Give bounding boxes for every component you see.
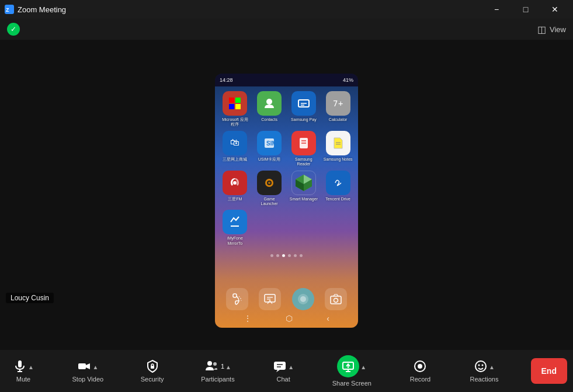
phone-dots bbox=[215, 251, 358, 261]
svg-point-46 bbox=[475, 361, 486, 372]
chat-icon-wrap: ▲ bbox=[273, 359, 294, 373]
participants-button[interactable]: 1 ▲ Participants bbox=[199, 356, 237, 386]
reactions-icon-wrap: ▲ bbox=[474, 359, 495, 373]
dot bbox=[300, 254, 303, 257]
svg-rect-33 bbox=[78, 363, 86, 369]
main-content: 14:28 41% Microsoft 应用程序 Contacts bbox=[0, 40, 573, 350]
app-label: Samsung Pay bbox=[291, 117, 317, 122]
list-item: iMyFone MirrorTo bbox=[220, 210, 251, 246]
list-item: Samsung Notes bbox=[322, 131, 353, 167]
phone-nav-back: ‹ bbox=[327, 314, 329, 323]
app-icon bbox=[291, 91, 316, 116]
mute-icon-wrap: ▲ bbox=[13, 359, 34, 373]
toolbar: ▲ Mute ▲ Stop Video Security bbox=[0, 350, 573, 392]
svg-rect-3 bbox=[235, 98, 241, 103]
svg-text:SIM: SIM bbox=[266, 140, 276, 147]
stop-video-icon-wrap: ▲ bbox=[77, 359, 98, 373]
dot bbox=[288, 254, 291, 257]
stop-video-button[interactable]: ▲ Stop Video bbox=[70, 356, 106, 386]
list-item: 7+ Calculator bbox=[322, 91, 353, 127]
phone-status-bar: 14:28 41% bbox=[215, 74, 358, 86]
name-tag: Loucy Cusin bbox=[6, 293, 54, 303]
phone-dock bbox=[215, 288, 358, 310]
share-screen-icon bbox=[342, 360, 355, 373]
window-title: Zoom Meeting bbox=[18, 5, 66, 14]
svg-text:+: + bbox=[338, 99, 343, 108]
app-icon bbox=[223, 171, 247, 195]
chat-label: Chat bbox=[277, 376, 290, 383]
svg-rect-2 bbox=[229, 98, 234, 103]
list-item: Microsoft 应用程序 bbox=[220, 91, 251, 127]
phone-nav-home: ⬡ bbox=[286, 314, 293, 323]
stop-video-label: Stop Video bbox=[72, 376, 104, 383]
app-icon bbox=[326, 131, 350, 155]
svg-point-45 bbox=[418, 364, 422, 369]
participants-icon-wrap: 1 ▲ bbox=[204, 359, 231, 373]
shield-icon: ✓ bbox=[7, 23, 20, 36]
list-item: Smart Manager bbox=[289, 171, 320, 207]
topbar-left: ✓ bbox=[7, 23, 20, 36]
dot bbox=[270, 254, 273, 257]
security-button[interactable]: Security bbox=[135, 356, 170, 386]
chat-button[interactable]: ▲ Chat bbox=[266, 356, 301, 386]
zoom-logo-icon: Z bbox=[5, 5, 14, 14]
chat-icon bbox=[273, 359, 287, 373]
phone-screen: 14:28 41% Microsoft 应用程序 Contacts bbox=[215, 74, 358, 328]
minimize-button[interactable]: − bbox=[483, 0, 510, 19]
dock-camera-icon bbox=[325, 288, 347, 310]
participants-icon bbox=[204, 359, 218, 373]
svg-point-48 bbox=[482, 365, 484, 366]
app-icon bbox=[291, 131, 316, 155]
app-label: Contacts bbox=[261, 117, 277, 122]
mute-button[interactable]: ▲ Mute bbox=[6, 356, 41, 386]
app-label: Smart Manager bbox=[290, 197, 318, 202]
app-icon: 🛍 bbox=[223, 131, 247, 155]
record-icon bbox=[413, 359, 427, 373]
list-item: Samsung Pay bbox=[289, 91, 320, 127]
dock-chat-icon bbox=[259, 288, 281, 310]
topbar: ✓ ◫ View bbox=[0, 19, 573, 40]
list-item: SIM USIM卡应用 bbox=[254, 131, 285, 167]
svg-point-21 bbox=[268, 182, 270, 184]
phone-time: 14:28 bbox=[220, 77, 233, 83]
phone-content: Microsoft 应用程序 Contacts Samsung Pay bbox=[215, 86, 358, 328]
app-grid: Microsoft 应用程序 Contacts Samsung Pay bbox=[215, 86, 358, 251]
dot bbox=[276, 254, 279, 257]
view-button[interactable]: ◫ View bbox=[537, 24, 566, 35]
list-item: Tencent Drive bbox=[322, 171, 353, 207]
app-icon bbox=[326, 171, 350, 195]
video-chevron-icon: ▲ bbox=[92, 364, 98, 370]
mute-label: Mute bbox=[16, 376, 30, 383]
app-icon: SIM bbox=[257, 131, 282, 155]
app-icon bbox=[257, 91, 282, 116]
reactions-button[interactable]: ▲ Reactions bbox=[467, 356, 502, 386]
maximize-button[interactable]: □ bbox=[512, 0, 539, 19]
end-button[interactable]: End bbox=[531, 358, 567, 384]
record-icon-wrap bbox=[413, 359, 427, 373]
security-icon-wrap bbox=[145, 359, 159, 373]
reactions-label: Reactions bbox=[470, 376, 499, 383]
record-button[interactable]: Record bbox=[402, 356, 437, 386]
list-item: Samsung Reader bbox=[289, 131, 320, 167]
security-label: Security bbox=[141, 376, 164, 383]
svg-rect-34 bbox=[151, 366, 154, 369]
app-label: 三星网上商城 bbox=[223, 157, 247, 162]
dock-circle-icon bbox=[292, 288, 314, 310]
svg-point-29 bbox=[334, 299, 338, 303]
list-item: 🛍 三星网上商城 bbox=[220, 131, 251, 167]
phone-nav-menu: ⋮ bbox=[244, 314, 252, 323]
list-item: Game Launcher bbox=[254, 171, 285, 207]
svg-rect-37 bbox=[274, 362, 286, 370]
svg-rect-4 bbox=[229, 104, 234, 109]
app-icon: 7+ bbox=[326, 91, 350, 116]
view-grid-icon: ◫ bbox=[537, 24, 546, 35]
app-label: USIM卡应用 bbox=[258, 157, 281, 162]
app-label: Tencent Drive bbox=[325, 197, 350, 202]
svg-rect-5 bbox=[235, 104, 241, 109]
dot-active bbox=[282, 254, 285, 257]
share-screen-button[interactable]: ▲ Share Screen bbox=[330, 352, 374, 390]
svg-point-27 bbox=[300, 296, 306, 302]
close-button[interactable]: ✕ bbox=[541, 0, 568, 19]
svg-point-36 bbox=[213, 362, 217, 366]
list-item: Contacts bbox=[254, 91, 285, 127]
